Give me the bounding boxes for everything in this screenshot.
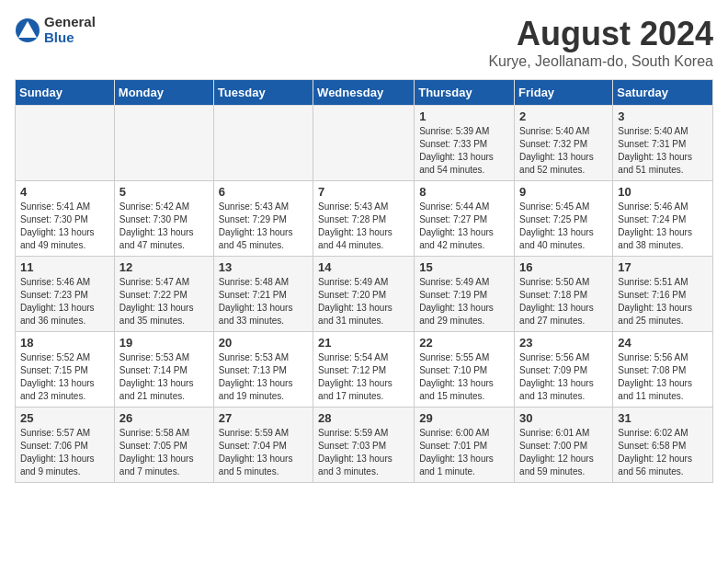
day-number: 30 bbox=[519, 411, 608, 425]
calendar-week-row: 4Sunrise: 5:41 AM Sunset: 7:30 PM Daylig… bbox=[16, 181, 713, 257]
calendar-cell bbox=[213, 106, 313, 181]
day-number: 1 bbox=[419, 109, 509, 123]
day-number: 28 bbox=[318, 411, 409, 425]
calendar-table: SundayMondayTuesdayWednesdayThursdayFrid… bbox=[15, 79, 713, 483]
day-number: 15 bbox=[419, 260, 509, 274]
day-number: 24 bbox=[618, 336, 708, 350]
calendar-cell: 25Sunrise: 5:57 AM Sunset: 7:06 PM Dayli… bbox=[16, 408, 115, 483]
weekday-header: Friday bbox=[515, 80, 613, 106]
day-number: 16 bbox=[519, 260, 608, 274]
day-number: 26 bbox=[119, 411, 209, 425]
location: Kurye, Jeollanam-do, South Korea bbox=[488, 53, 713, 70]
calendar-cell: 22Sunrise: 5:55 AM Sunset: 7:10 PM Dayli… bbox=[415, 332, 515, 408]
calendar-cell: 1Sunrise: 5:39 AM Sunset: 7:33 PM Daylig… bbox=[415, 106, 515, 181]
day-info: Sunrise: 5:59 AM Sunset: 7:03 PM Dayligh… bbox=[318, 427, 409, 478]
title-section: August 2024 Kurye, Jeollanam-do, South K… bbox=[488, 15, 713, 70]
calendar-cell: 5Sunrise: 5:42 AM Sunset: 7:30 PM Daylig… bbox=[114, 181, 213, 257]
day-info: Sunrise: 5:43 AM Sunset: 7:28 PM Dayligh… bbox=[318, 201, 409, 252]
calendar-cell: 31Sunrise: 6:02 AM Sunset: 6:58 PM Dayli… bbox=[613, 408, 713, 483]
day-info: Sunrise: 5:56 AM Sunset: 7:09 PM Dayligh… bbox=[519, 351, 608, 403]
calendar-cell: 11Sunrise: 5:46 AM Sunset: 7:23 PM Dayli… bbox=[16, 257, 115, 332]
calendar-cell: 28Sunrise: 5:59 AM Sunset: 7:03 PM Dayli… bbox=[313, 408, 415, 483]
calendar-cell: 12Sunrise: 5:47 AM Sunset: 7:22 PM Dayli… bbox=[114, 257, 213, 332]
day-info: Sunrise: 5:58 AM Sunset: 7:05 PM Dayligh… bbox=[119, 427, 209, 478]
calendar-cell: 6Sunrise: 5:43 AM Sunset: 7:29 PM Daylig… bbox=[213, 181, 313, 257]
day-number: 25 bbox=[20, 411, 109, 425]
day-info: Sunrise: 5:46 AM Sunset: 7:24 PM Dayligh… bbox=[618, 201, 708, 252]
day-info: Sunrise: 5:48 AM Sunset: 7:21 PM Dayligh… bbox=[219, 276, 308, 327]
day-info: Sunrise: 5:42 AM Sunset: 7:30 PM Dayligh… bbox=[119, 201, 209, 252]
calendar-cell: 18Sunrise: 5:52 AM Sunset: 7:15 PM Dayli… bbox=[16, 332, 115, 408]
day-number: 6 bbox=[219, 185, 308, 199]
day-info: Sunrise: 6:02 AM Sunset: 6:58 PM Dayligh… bbox=[618, 427, 708, 478]
day-info: Sunrise: 6:00 AM Sunset: 7:01 PM Dayligh… bbox=[419, 427, 509, 478]
day-info: Sunrise: 6:01 AM Sunset: 7:00 PM Dayligh… bbox=[519, 427, 608, 478]
calendar-cell: 17Sunrise: 5:51 AM Sunset: 7:16 PM Dayli… bbox=[613, 257, 713, 332]
day-info: Sunrise: 5:54 AM Sunset: 7:12 PM Dayligh… bbox=[318, 351, 409, 403]
day-number: 14 bbox=[318, 260, 409, 274]
day-number: 9 bbox=[519, 185, 608, 199]
calendar-cell: 15Sunrise: 5:49 AM Sunset: 7:19 PM Dayli… bbox=[415, 257, 515, 332]
day-number: 11 bbox=[20, 260, 109, 274]
day-number: 3 bbox=[618, 109, 708, 123]
day-number: 27 bbox=[219, 411, 308, 425]
day-info: Sunrise: 5:55 AM Sunset: 7:10 PM Dayligh… bbox=[419, 351, 509, 403]
calendar-cell: 26Sunrise: 5:58 AM Sunset: 7:05 PM Dayli… bbox=[114, 408, 213, 483]
day-info: Sunrise: 5:53 AM Sunset: 7:13 PM Dayligh… bbox=[219, 351, 308, 403]
day-info: Sunrise: 5:43 AM Sunset: 7:29 PM Dayligh… bbox=[219, 201, 308, 252]
calendar-cell: 10Sunrise: 5:46 AM Sunset: 7:24 PM Dayli… bbox=[613, 181, 713, 257]
calendar-cell: 14Sunrise: 5:49 AM Sunset: 7:20 PM Dayli… bbox=[313, 257, 415, 332]
day-info: Sunrise: 5:52 AM Sunset: 7:15 PM Dayligh… bbox=[20, 351, 109, 403]
month-title: August 2024 bbox=[488, 15, 713, 53]
weekday-header: Tuesday bbox=[213, 80, 313, 106]
day-number: 18 bbox=[20, 336, 109, 350]
day-number: 17 bbox=[618, 260, 708, 274]
calendar-week-row: 25Sunrise: 5:57 AM Sunset: 7:06 PM Dayli… bbox=[16, 408, 713, 483]
day-info: Sunrise: 5:39 AM Sunset: 7:33 PM Dayligh… bbox=[419, 125, 509, 177]
calendar-cell: 23Sunrise: 5:56 AM Sunset: 7:09 PM Dayli… bbox=[515, 332, 613, 408]
page-header: General Blue August 2024 Kurye, Jeollana… bbox=[15, 15, 713, 70]
day-info: Sunrise: 5:44 AM Sunset: 7:27 PM Dayligh… bbox=[419, 201, 509, 252]
weekday-header: Sunday bbox=[16, 80, 115, 106]
calendar-cell: 24Sunrise: 5:56 AM Sunset: 7:08 PM Dayli… bbox=[613, 332, 713, 408]
calendar-cell bbox=[114, 106, 213, 181]
day-number: 10 bbox=[618, 185, 708, 199]
day-number: 19 bbox=[119, 336, 209, 350]
day-number: 23 bbox=[519, 336, 608, 350]
weekday-header: Thursday bbox=[415, 80, 515, 106]
day-info: Sunrise: 5:53 AM Sunset: 7:14 PM Dayligh… bbox=[119, 351, 209, 403]
logo-text: General Blue bbox=[44, 15, 96, 45]
calendar-cell: 21Sunrise: 5:54 AM Sunset: 7:12 PM Dayli… bbox=[313, 332, 415, 408]
day-info: Sunrise: 5:46 AM Sunset: 7:23 PM Dayligh… bbox=[20, 276, 109, 327]
day-info: Sunrise: 5:47 AM Sunset: 7:22 PM Dayligh… bbox=[119, 276, 209, 327]
calendar-cell: 19Sunrise: 5:53 AM Sunset: 7:14 PM Dayli… bbox=[114, 332, 213, 408]
day-info: Sunrise: 5:49 AM Sunset: 7:19 PM Dayligh… bbox=[419, 276, 509, 327]
logo-icon bbox=[15, 17, 40, 43]
calendar-cell: 20Sunrise: 5:53 AM Sunset: 7:13 PM Dayli… bbox=[213, 332, 313, 408]
logo-general: General bbox=[44, 15, 96, 30]
day-number: 7 bbox=[318, 185, 409, 199]
calendar-week-row: 18Sunrise: 5:52 AM Sunset: 7:15 PM Dayli… bbox=[16, 332, 713, 408]
day-number: 8 bbox=[419, 185, 509, 199]
logo-blue: Blue bbox=[44, 30, 96, 46]
day-number: 4 bbox=[20, 185, 109, 199]
calendar-cell: 27Sunrise: 5:59 AM Sunset: 7:04 PM Dayli… bbox=[213, 408, 313, 483]
calendar-cell: 13Sunrise: 5:48 AM Sunset: 7:21 PM Dayli… bbox=[213, 257, 313, 332]
day-info: Sunrise: 5:56 AM Sunset: 7:08 PM Dayligh… bbox=[618, 351, 708, 403]
calendar-cell: 7Sunrise: 5:43 AM Sunset: 7:28 PM Daylig… bbox=[313, 181, 415, 257]
calendar-cell: 8Sunrise: 5:44 AM Sunset: 7:27 PM Daylig… bbox=[415, 181, 515, 257]
weekday-header: Wednesday bbox=[313, 80, 415, 106]
day-number: 22 bbox=[419, 336, 509, 350]
day-info: Sunrise: 5:59 AM Sunset: 7:04 PM Dayligh… bbox=[219, 427, 308, 478]
day-number: 13 bbox=[219, 260, 308, 274]
day-info: Sunrise: 5:40 AM Sunset: 7:31 PM Dayligh… bbox=[618, 125, 708, 177]
day-number: 12 bbox=[119, 260, 209, 274]
calendar-week-row: 1Sunrise: 5:39 AM Sunset: 7:33 PM Daylig… bbox=[16, 106, 713, 181]
day-number: 5 bbox=[119, 185, 209, 199]
calendar-cell: 29Sunrise: 6:00 AM Sunset: 7:01 PM Dayli… bbox=[415, 408, 515, 483]
day-number: 31 bbox=[618, 411, 708, 425]
calendar-cell: 2Sunrise: 5:40 AM Sunset: 7:32 PM Daylig… bbox=[515, 106, 613, 181]
calendar-cell: 30Sunrise: 6:01 AM Sunset: 7:00 PM Dayli… bbox=[515, 408, 613, 483]
weekday-header: Saturday bbox=[613, 80, 713, 106]
day-info: Sunrise: 5:57 AM Sunset: 7:06 PM Dayligh… bbox=[20, 427, 109, 478]
